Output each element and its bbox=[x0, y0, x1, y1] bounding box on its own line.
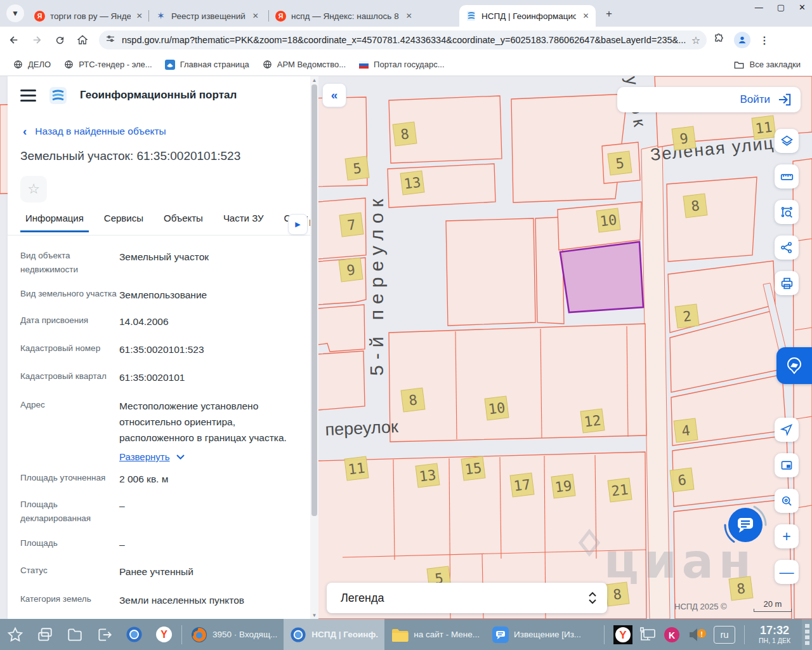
favorites-star-icon[interactable] bbox=[0, 619, 30, 650]
task-messenger[interactable]: Извещение [Из... bbox=[486, 619, 587, 650]
tab-information[interactable]: Информация bbox=[25, 213, 84, 232]
k-tray-icon[interactable]: K bbox=[663, 626, 681, 644]
firefox-icon bbox=[191, 627, 207, 643]
bookmarks-bar: ДЕЛО РТС-тендер - эле... Главная страниц… bbox=[0, 53, 812, 76]
bookmark-arm[interactable]: АРМ Ведомство... bbox=[262, 59, 346, 70]
back-link-label: Назад в найденные объекты bbox=[35, 126, 166, 137]
map-search-button[interactable] bbox=[775, 489, 799, 513]
layers-button[interactable] bbox=[775, 129, 799, 153]
address-bar[interactable]: nspd.gov.ru/map?thematic=PKK&zoom=18&coo… bbox=[99, 30, 707, 50]
browser-tab-4-active[interactable]: НСПД | Геоинформацион ✕ bbox=[459, 5, 596, 27]
scrollbar-thumb[interactable] bbox=[311, 84, 317, 516]
scroll-down-icon[interactable]: ▼ bbox=[310, 611, 318, 619]
browser-tab-strip: ▼ Я торги гов ру — Яндекс: на ✕ ✶ Реестр… bbox=[0, 0, 812, 27]
clock[interactable]: 17:32 ПН, 1 ДЕК bbox=[759, 625, 790, 644]
close-icon[interactable]: ✕ bbox=[799, 3, 806, 12]
task-title: Извещение [Из... bbox=[514, 630, 580, 639]
menu-kebab-icon[interactable]: ⋮ bbox=[759, 34, 769, 46]
russian-flag-icon bbox=[358, 59, 369, 70]
home-icon[interactable] bbox=[74, 31, 91, 49]
network-tray-icon[interactable] bbox=[639, 627, 657, 643]
back-to-results-link[interactable]: ‹ Назад в найденные объекты bbox=[23, 124, 166, 138]
tab-close-icon[interactable]: ✕ bbox=[251, 11, 261, 21]
feedback-side-tab[interactable] bbox=[776, 347, 812, 384]
yandex-browser-launcher-icon[interactable]: Y bbox=[149, 619, 179, 650]
browser-tab-1[interactable]: Я торги гов ру — Яндекс: на ✕ bbox=[28, 5, 148, 27]
scroll-up-icon[interactable]: ▲ bbox=[310, 76, 318, 84]
file-manager-icon[interactable] bbox=[60, 619, 89, 650]
house-number-tile: 4 bbox=[674, 418, 698, 442]
house-number-tile: 13 bbox=[416, 463, 440, 488]
forward-icon[interactable] bbox=[28, 31, 46, 49]
zoom-in-button[interactable]: + bbox=[775, 524, 799, 548]
collapse-panel-button[interactable]: « bbox=[322, 83, 346, 107]
task-folder[interactable]: на сайт - Мене... bbox=[384, 619, 486, 650]
legend-bar[interactable]: Легенда bbox=[327, 583, 607, 613]
object-title: Земельный участок: 61:35:0020101:523 bbox=[20, 149, 240, 163]
minimize-icon[interactable]: — bbox=[755, 3, 763, 12]
yandex-favicon: Я bbox=[34, 11, 45, 22]
field-row: Кадастровый номер 61:35:0020101:523 bbox=[20, 342, 306, 357]
tab-search-button[interactable]: ▼ bbox=[6, 4, 24, 22]
map-attribution: НСПД 2025 © bbox=[674, 602, 727, 611]
panel-scrollbar[interactable]: ▲ ▼ bbox=[310, 76, 318, 619]
tab-parcel-parts[interactable]: Части ЗУ bbox=[223, 213, 264, 232]
browser-toolbar: nspd.gov.ru/map?thematic=PKK&zoom=18&coo… bbox=[0, 27, 812, 53]
layout-label: ru bbox=[720, 629, 728, 640]
yandex-tray-icon[interactable]: Y bbox=[613, 625, 632, 644]
reload-icon[interactable] bbox=[51, 31, 69, 49]
extensions-icon[interactable] bbox=[713, 33, 725, 48]
chromium-launcher-icon[interactable] bbox=[119, 619, 149, 650]
logout-icon[interactable] bbox=[89, 619, 119, 650]
back-icon[interactable] bbox=[5, 31, 23, 49]
selected-parcel[interactable] bbox=[560, 242, 643, 312]
field-row: Вид земельного участка Землепользование bbox=[20, 287, 306, 303]
bookmark-star-icon[interactable]: ☆ bbox=[691, 34, 700, 46]
zoom-out-button[interactable]: — bbox=[775, 560, 799, 584]
task-title: НСПД | Геоинф... bbox=[311, 630, 378, 639]
minimap-button[interactable] bbox=[775, 453, 799, 477]
map-viewport: циан 5-й переулокулокЗелёная улицапереул… bbox=[0, 76, 812, 619]
all-bookmarks-label: Все закладки bbox=[750, 60, 801, 69]
browser-tab-2[interactable]: ✶ Реестр извещений ✕ bbox=[149, 5, 268, 27]
keyboard-layout-indicator[interactable]: ru bbox=[714, 626, 735, 644]
app-title: Геоинформационный портал bbox=[80, 89, 237, 102]
locate-me-button[interactable] bbox=[775, 418, 799, 442]
field-row: Вид объекта недвижимости Земельный участ… bbox=[20, 249, 306, 277]
all-bookmarks-button[interactable]: Все закладки bbox=[734, 59, 801, 70]
tab-close-icon[interactable]: ✕ bbox=[581, 11, 591, 21]
task-nspd-active[interactable]: НСПД | Геоинф... bbox=[284, 619, 384, 650]
tab-objects[interactable]: Объекты bbox=[164, 213, 203, 232]
task-firefox[interactable]: 3950 · Входящ... bbox=[185, 619, 284, 650]
expand-link[interactable]: Развернуть bbox=[119, 449, 185, 465]
panel-widget-strip[interactable] bbox=[802, 619, 812, 650]
bookmark-gosuslugi[interactable]: Портал государс... bbox=[358, 59, 444, 70]
legend-expand-icon[interactable] bbox=[588, 592, 597, 604]
select-area-search-button[interactable] bbox=[775, 200, 799, 224]
bookmark-delo[interactable]: ДЕЛО bbox=[13, 59, 51, 70]
print-button[interactable] bbox=[775, 271, 799, 295]
bookmark-rts[interactable]: РТС-тендер - эле... bbox=[63, 59, 152, 70]
bookmark-home[interactable]: Главная страница bbox=[165, 59, 249, 70]
menu-hamburger-icon[interactable] bbox=[20, 90, 36, 102]
chat-assistant-button[interactable] bbox=[721, 501, 769, 549]
login-button[interactable]: Войти bbox=[617, 87, 801, 112]
volume-muted-icon[interactable]: ! bbox=[687, 627, 707, 643]
site-info-icon[interactable] bbox=[105, 34, 115, 46]
measure-ruler-button[interactable] bbox=[775, 164, 799, 189]
share-button[interactable] bbox=[775, 235, 799, 260]
svg-text:13: 13 bbox=[418, 467, 436, 484]
tab-close-icon[interactable]: ✕ bbox=[404, 11, 414, 21]
login-icon bbox=[778, 93, 792, 106]
favorite-star-button[interactable]: ☆ bbox=[20, 176, 47, 202]
tab-services[interactable]: Сервисы bbox=[104, 213, 143, 232]
window-switcher-icon[interactable] bbox=[30, 619, 60, 650]
house-number-tile: 7 bbox=[339, 213, 363, 237]
tab-close-icon[interactable]: ✕ bbox=[136, 11, 143, 21]
browser-tab-3[interactable]: Я нспд — Яндекс: нашлось 8 ✕ bbox=[269, 5, 459, 27]
profile-avatar[interactable] bbox=[734, 32, 750, 48]
house-number-tile: 9 bbox=[339, 258, 363, 282]
new-tab-button[interactable]: + bbox=[601, 6, 617, 22]
maximize-icon[interactable]: ▢ bbox=[777, 3, 785, 12]
tabs-scroll-right-button[interactable]: ▶ bbox=[288, 214, 308, 235]
